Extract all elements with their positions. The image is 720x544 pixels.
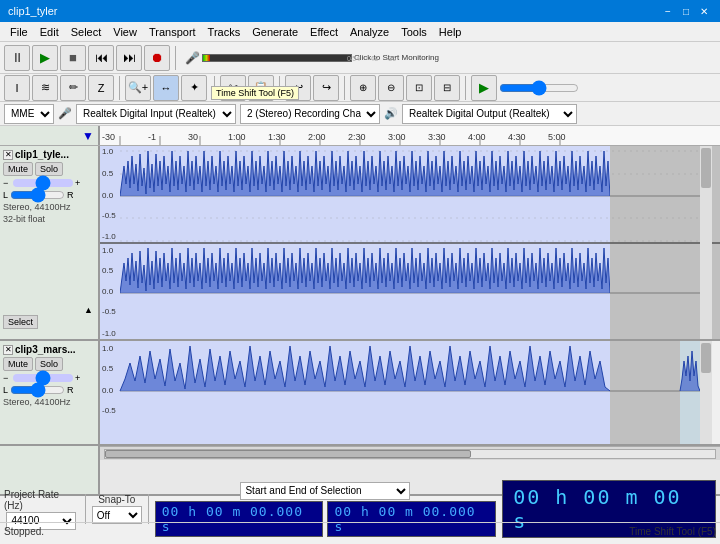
ibeam-tool[interactable]: I: [4, 75, 30, 101]
svg-rect-50: [100, 341, 610, 446]
zoom-tool[interactable]: Z: [88, 75, 114, 101]
maximize-button[interactable]: □: [678, 3, 694, 19]
multi-tool-btn[interactable]: ✦: [181, 75, 207, 101]
minimize-button[interactable]: −: [660, 3, 676, 19]
zoom-out-btn[interactable]: ⊖: [378, 75, 404, 101]
play-button[interactable]: ▶: [32, 45, 58, 71]
svg-text:-0.5: -0.5: [102, 406, 116, 415]
record-button[interactable]: ⏺: [144, 45, 170, 71]
svg-text:1.0: 1.0: [102, 344, 114, 353]
svg-text:-0.5: -0.5: [102, 211, 116, 220]
track1-control: ✕ clip1_tyle... Mute Solo − + L: [0, 146, 98, 341]
channel-select[interactable]: 2 (Stereo) Recording Cha...: [240, 104, 380, 124]
svg-text:0.5: 0.5: [102, 364, 114, 373]
click-to-start-label: Click to Start Monitoring: [354, 53, 439, 62]
track1-name-bar: ✕ clip1_tyle...: [3, 149, 95, 160]
svg-text:2:30: 2:30: [348, 132, 366, 142]
zoom-fit-btn[interactable]: ⊡: [406, 75, 432, 101]
title-bar: clip1_tyler − □ ✕: [0, 0, 720, 22]
scrollbar-track[interactable]: [104, 449, 716, 459]
output-device-select[interactable]: Realtek Digital Output (Realtek): [402, 104, 577, 124]
svg-rect-52: [680, 341, 700, 446]
mic-icon: 🎤: [185, 51, 200, 65]
timeshift-tool-btn[interactable]: ↔: [153, 75, 179, 101]
track1-gain-slider[interactable]: [13, 179, 73, 187]
menu-effect[interactable]: Effect: [304, 24, 344, 40]
svg-text:1.0: 1.0: [102, 246, 114, 255]
menu-view[interactable]: View: [107, 24, 143, 40]
zoom-in-btn[interactable]: ⊕: [350, 75, 376, 101]
track-panels: ✕ clip1_tyle... Mute Solo − + L: [0, 146, 100, 494]
redo-button[interactable]: ↪: [313, 75, 339, 101]
menu-analyze[interactable]: Analyze: [344, 24, 395, 40]
play-at-speed-btn[interactable]: ▶: [471, 75, 497, 101]
status-text: Stopped.: [4, 526, 525, 537]
playback-speed-slider[interactable]: [499, 81, 579, 95]
ruler: ▼ -30 -1 30 1:00 1:30 2:00 2:3: [0, 126, 720, 146]
track1-select-btn[interactable]: Select: [3, 315, 38, 329]
svg-text:3:00: 3:00: [388, 132, 406, 142]
zoom-in-button[interactable]: 🔍+: [125, 75, 151, 101]
bottom-sep1: [85, 494, 86, 524]
skip-end-button[interactable]: ⏭: [116, 45, 142, 71]
track2-mute[interactable]: Mute: [3, 357, 33, 371]
input-device-select[interactable]: Realtek Digital Input (Realtek): [76, 104, 236, 124]
tool-tooltip-label: Time Shift Tool (F5): [629, 526, 716, 537]
svg-text:4:00: 4:00: [468, 132, 486, 142]
pan-r-label: R: [67, 190, 74, 200]
track1-close[interactable]: ✕: [3, 150, 13, 160]
zoom-sel-btn[interactable]: ⊟: [434, 75, 460, 101]
menu-help[interactable]: Help: [433, 24, 468, 40]
svg-text:-30: -30: [102, 132, 115, 142]
track2-info: Stereo, 44100Hz: [3, 397, 95, 409]
waveforms-area: 1.0 0.5 0.0 -0.5 -1.0: [100, 146, 720, 494]
timeline-container: ▼ -30 -1 30 1:00 1:30 2:00 2:3: [0, 126, 720, 494]
host-api-select[interactable]: MME: [4, 104, 54, 124]
pause-button[interactable]: ⏸: [4, 45, 30, 71]
track1-pan-slider[interactable]: [10, 191, 65, 199]
svg-text:-0.5: -0.5: [102, 307, 116, 316]
track2-gain-slider[interactable]: [13, 374, 73, 382]
track2-name: clip3_mars...: [15, 344, 76, 355]
track2-pan-r: R: [67, 385, 74, 395]
vu-scale: -54 -48 -36 0: [350, 55, 351, 61]
track1-select-area: ▲ Select: [3, 225, 95, 329]
track2-close[interactable]: ✕: [3, 345, 13, 355]
menu-tracks[interactable]: Tracks: [202, 24, 247, 40]
svg-text:-1.0: -1.0: [102, 329, 116, 338]
ruler-svg: -30 -1 30 1:00 1:30 2:00 2:30 3:00: [100, 126, 720, 145]
menu-select[interactable]: Select: [65, 24, 108, 40]
track2-pan-slider[interactable]: [10, 386, 65, 394]
horizontal-scrollbar[interactable]: [100, 446, 720, 460]
track2-gain-plus: +: [75, 373, 83, 383]
track1-solo[interactable]: Solo: [35, 162, 63, 176]
svg-text:4:30: 4:30: [508, 132, 526, 142]
draw-tool[interactable]: ✏: [60, 75, 86, 101]
stop-button[interactable]: ■: [60, 45, 86, 71]
ruler-marks-area: -30 -1 30 1:00 1:30 2:00 2:30 3:00: [100, 126, 720, 145]
track2-waveform[interactable]: 1.0 0.5 0.0 -0.5: [100, 341, 720, 446]
timeshift-tooltip: Time Shift Tool (F5): [211, 86, 299, 100]
track1-mute[interactable]: Mute: [3, 162, 33, 176]
main-area: ▼ -30 -1 30 1:00 1:30 2:00 2:3: [0, 126, 720, 494]
track1-format: Stereo, 44100Hz32-bit float: [3, 202, 71, 224]
track1-waveform[interactable]: 1.0 0.5 0.0 -0.5 -1.0: [100, 146, 720, 341]
envelope-tool[interactable]: ≋: [32, 75, 58, 101]
svg-text:0.0: 0.0: [102, 191, 114, 200]
menu-file[interactable]: File: [4, 24, 34, 40]
menu-edit[interactable]: Edit: [34, 24, 65, 40]
svg-text:0.5: 0.5: [102, 169, 114, 178]
close-button[interactable]: ✕: [696, 3, 712, 19]
skip-start-button[interactable]: ⏮: [88, 45, 114, 71]
track2-solo[interactable]: Solo: [35, 357, 63, 371]
bottom-sep2: [148, 494, 149, 524]
mic-icon: 🎤: [58, 107, 72, 120]
transport-toolbar: ⏸ ▶ ■ ⏮ ⏭ ⏺ 🎤 -54 -48 -36 0 Click to Sta…: [0, 42, 720, 74]
menu-bar: File Edit Select View Transport Tracks G…: [0, 22, 720, 42]
menu-tools[interactable]: Tools: [395, 24, 433, 40]
menu-transport[interactable]: Transport: [143, 24, 202, 40]
menu-generate[interactable]: Generate: [246, 24, 304, 40]
scrollbar-thumb[interactable]: [105, 450, 471, 458]
tracks-area: ✕ clip1_tyle... Mute Solo − + L: [0, 146, 720, 494]
track1-collapse-arrow[interactable]: ▲: [84, 305, 93, 315]
